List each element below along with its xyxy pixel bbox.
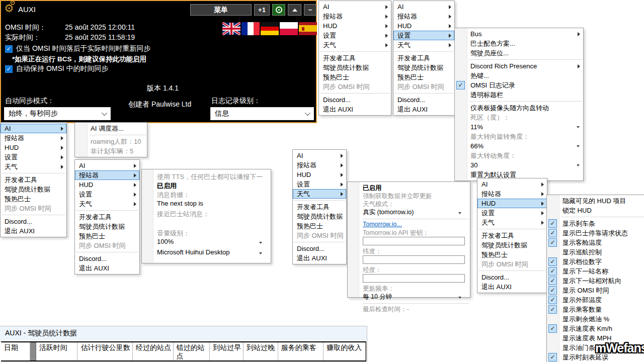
menu-item[interactable]: 报站器	[1, 133, 66, 143]
menu-item[interactable]: 报站器	[75, 170, 139, 180]
menu-item[interactable]: 预热巴士	[477, 250, 547, 259]
menu-item[interactable]: 开发者工具	[75, 212, 139, 222]
menu-item[interactable]: 显示外部温度✓	[547, 295, 644, 305]
menu-item[interactable]: 退出 AUXI	[75, 263, 139, 273]
checkbox-checked-icon[interactable]: ✓	[5, 65, 13, 73]
menu-item[interactable]: 隐藏可见的 HUD 项目	[547, 196, 644, 206]
plus-one-button[interactable]: +1	[254, 4, 270, 16]
menu-item[interactable]: 退出 AUXI	[477, 282, 547, 292]
menu-item[interactable]: 11%	[455, 122, 583, 132]
menu-item[interactable]: 驾驶员统计数据	[293, 212, 346, 221]
menu-item[interactable]: 退出 AUXI	[293, 253, 346, 263]
menu-item[interactable]: 退出 AUXI	[1, 226, 66, 236]
announcer-enabled[interactable]: 已启用	[157, 182, 266, 191]
volume-dropdown[interactable]: 100%	[157, 238, 266, 248]
menu-item[interactable]: 天气	[477, 218, 547, 227]
menu-item[interactable]: 预热巴士	[1, 194, 66, 204]
menu-item[interactable]: 巴士配色方案...	[455, 39, 583, 48]
menu-item[interactable]: 开发者工具	[477, 231, 547, 240]
menu-item[interactable]: Discord...	[1, 217, 66, 226]
visibility-button[interactable]	[272, 4, 285, 16]
menu-item[interactable]: 驾驶员统计数据	[393, 63, 454, 72]
menu-item[interactable]: HUD	[477, 199, 547, 208]
menu-item[interactable]: 退出 AUXI	[393, 105, 454, 114]
menu-item[interactable]: 报站器	[293, 160, 346, 170]
menu-item[interactable]: Discord...	[477, 273, 547, 282]
menu-item[interactable]: HUD	[1, 143, 66, 152]
stats-column-header[interactable]: 经过的站点	[133, 342, 174, 360]
menu-button[interactable]: 菜单	[190, 4, 252, 16]
menu-item[interactable]: 驾驶员统计数据	[75, 222, 139, 231]
log-level-combobox[interactable]: 信息	[210, 107, 314, 120]
menu-item[interactable]: 30	[455, 160, 583, 170]
menu-item[interactable]: 热键...	[455, 71, 583, 80]
stats-column-header[interactable]: 估计行驶公里数	[77, 342, 133, 360]
menu-item[interactable]: 显示档位数字✓	[547, 257, 644, 266]
menu-item[interactable]: AI	[1, 124, 66, 133]
menu-item[interactable]: 透明标题栏	[455, 90, 583, 100]
menu-item[interactable]: 预热巴士	[393, 72, 454, 82]
menu-item[interactable]: 显示客舱温度✓	[547, 238, 644, 247]
flag-poland-icon[interactable]	[280, 22, 298, 35]
latitude-input[interactable]	[363, 255, 465, 264]
menu-item[interactable]: 天气	[1, 162, 66, 171]
menu-item[interactable]: 驾驶员统计数据	[1, 185, 66, 194]
stats-column-header[interactable]: 错过的站点	[174, 342, 210, 360]
menu-item[interactable]: 退出 AUXI	[319, 105, 391, 114]
stats-column-header[interactable]: 服务的乘客	[278, 342, 324, 360]
menu-item[interactable]: 显示巡航控制	[547, 247, 644, 257]
menu-item[interactable]: 设置	[1, 152, 66, 162]
menu-item[interactable]: Discord Rich Presence	[455, 61, 583, 71]
menu-item[interactable]: 显示刹车条✓	[547, 219, 644, 228]
voice-dropdown[interactable]: Microsoft Huihui Desktop	[157, 248, 266, 259]
menu-item[interactable]: Discord...	[393, 95, 454, 105]
menu-item[interactable]: 显示下一站相对航向✓	[547, 276, 644, 286]
menu-item[interactable]: 天气	[319, 40, 391, 50]
menu-item[interactable]: AI	[75, 161, 139, 170]
menu-item[interactable]: 设置	[393, 31, 454, 40]
menu-item[interactable]: 开发者工具	[319, 53, 391, 63]
menu-item[interactable]: 锁定 HUD	[547, 206, 644, 215]
menu-item[interactable]: 天气	[75, 199, 139, 209]
menu-item[interactable]: 设置	[477, 208, 547, 218]
menu-item[interactable]: 显示巴士停靠请求状态✓	[547, 228, 644, 238]
menu-item[interactable]: 仪表板摄像头随方向盘转动	[455, 103, 583, 113]
force-update-item[interactable]: 强制获取数据并立即更新	[363, 192, 465, 200]
menu-item[interactable]: 报站器	[393, 12, 454, 21]
menu-item[interactable]: AI	[293, 151, 346, 160]
approach-input[interactable]	[157, 219, 266, 229]
menu-item[interactable]: 显示速度表 Km/h✓	[547, 324, 644, 333]
menu-item[interactable]: 显示乘客数量✓	[547, 305, 644, 314]
menu-item[interactable]: 显示剩余燃油 %	[547, 314, 644, 324]
api-key-input[interactable]	[363, 237, 465, 245]
menu-item[interactable]: 报站器	[477, 189, 547, 199]
menu-item[interactable]: 显示下一站名称✓	[547, 266, 644, 276]
menu-item[interactable]: 预热巴士	[75, 231, 139, 241]
keep-sync-checkbox-row[interactable]: ✓ 自动保持 OMSI 中的时间同步	[5, 64, 109, 73]
stats-column-header[interactable]: 赚取的收入	[324, 342, 366, 360]
menu-item[interactable]: 预热巴士	[319, 72, 391, 82]
checkbox-checked-icon[interactable]: ✓	[5, 45, 13, 53]
minimize-button[interactable]: −	[304, 4, 316, 16]
menu-item[interactable]: 设置	[75, 190, 139, 199]
menu-item[interactable]: 报站器	[319, 12, 391, 21]
tomorrow-io-link[interactable]: Tomorrow.io...	[363, 221, 465, 229]
menu-item[interactable]: 驾驶员统计数据	[477, 240, 547, 250]
menu-item[interactable]: 66%	[455, 141, 583, 151]
flag-spain-icon[interactable]	[299, 22, 317, 35]
collapse-button[interactable]	[288, 4, 301, 16]
resync-checkbox-row[interactable]: ✓ 仅当 OMSI 时间落后于实际时间时重新同步	[5, 44, 151, 53]
menu-item[interactable]: HUD	[393, 21, 454, 31]
menu-item[interactable]: HUD	[75, 180, 139, 190]
menu-item[interactable]: 天气	[293, 189, 346, 199]
menu-item[interactable]: OMSI 日志记录✓	[455, 80, 583, 90]
menu-item[interactable]: HUD	[319, 21, 391, 31]
menu-item[interactable]: 天气	[393, 40, 454, 50]
flag-germany-icon[interactable]	[261, 22, 279, 35]
weather-enabled[interactable]: 已启用	[363, 184, 465, 192]
menu-item[interactable]: Discord...	[293, 244, 346, 253]
stats-column-header[interactable]: 活跃时间	[36, 342, 78, 360]
longitude-input[interactable]	[363, 274, 465, 283]
menu-item[interactable]: 开发者工具	[293, 202, 346, 212]
menu-item[interactable]: HUD	[293, 170, 346, 179]
